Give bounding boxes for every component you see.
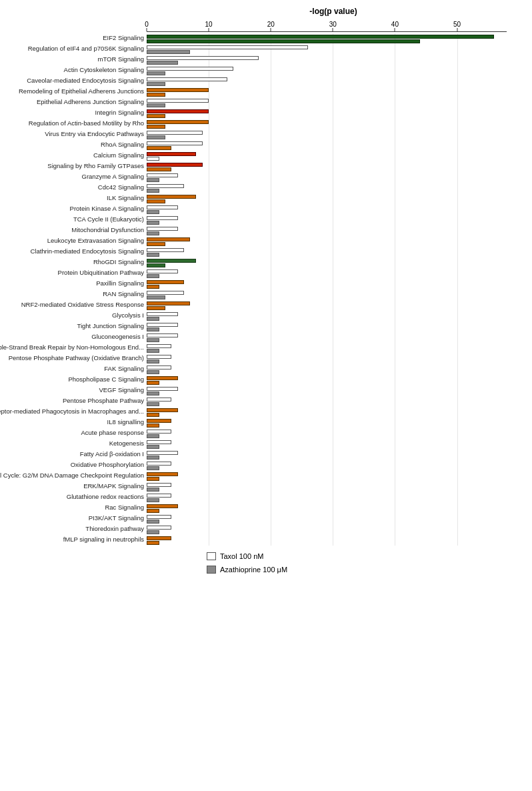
- row-label: Cdc42 Signaling: [7, 181, 147, 192]
- row-label: Protein Kinase A Signaling: [7, 203, 147, 213]
- bar-azathioprine: [147, 157, 159, 161]
- bar-azathioprine: [147, 253, 159, 257]
- table-row: [147, 353, 507, 364]
- table-row: [147, 87, 507, 97]
- row-label: Granzyme A Signaling: [7, 171, 147, 181]
- bar-taxol: [147, 99, 209, 103]
- row-label: ERK/MAPK Signaling: [7, 480, 147, 491]
- table-row: [147, 161, 507, 172]
- bar-azathioprine: [147, 146, 171, 150]
- bar-taxol: [147, 152, 196, 156]
- table-row: [147, 76, 507, 87]
- table-row: [147, 471, 507, 482]
- bar-taxol: [147, 109, 209, 113]
- bar-taxol: [147, 291, 184, 295]
- table-row: [147, 385, 507, 396]
- table-row: [147, 204, 507, 215]
- bar-azathioprine: [147, 167, 171, 171]
- bar-taxol: [147, 323, 178, 327]
- bar-taxol: [147, 131, 203, 135]
- bar-azathioprine: [147, 189, 159, 193]
- bar-azathioprine: [147, 114, 165, 118]
- row-label: EIF2 Signaling: [7, 32, 147, 43]
- bar-taxol: [147, 494, 171, 498]
- bar-azathioprine: [147, 317, 159, 321]
- row-label: FAK Signaling: [7, 363, 147, 373]
- table-row: [147, 140, 507, 151]
- table-row: [147, 514, 507, 524]
- bar-azathioprine: [147, 327, 159, 331]
- bar-taxol: [147, 526, 171, 530]
- bar-taxol: [147, 195, 196, 199]
- row-label: IL8 signalling: [7, 416, 147, 427]
- bar-azathioprine: [147, 93, 165, 97]
- bar-taxol: [147, 35, 494, 39]
- row-label: Caveolar-mediated Endocytosis Signaling: [7, 75, 147, 85]
- bar-azathioprine: [147, 413, 159, 417]
- row-label: PI3K/AKT Signaling: [7, 512, 147, 523]
- row-label: Paxillin Signaling: [7, 277, 147, 288]
- bar-taxol: [147, 248, 184, 252]
- bar-taxol: [147, 451, 178, 455]
- bar-azathioprine: [147, 306, 165, 310]
- axis-tick-label: 20: [267, 21, 275, 28]
- bar-azathioprine: [147, 71, 165, 75]
- bar-taxol: [147, 227, 178, 231]
- bar-azathioprine: [147, 402, 159, 406]
- table-row: [147, 482, 507, 492]
- chart-area: EIF2 SignalingRegulation of eIF4 and p70…: [7, 19, 527, 546]
- bar-azathioprine: [147, 477, 159, 481]
- table-row: [147, 225, 507, 236]
- bar-azathioprine: [147, 39, 420, 43]
- chart-container: -log(p value) EIF2 SignalingRegulation o…: [7, 7, 527, 579]
- table-row: [147, 44, 507, 55]
- bar-taxol: [147, 515, 171, 519]
- bar-azathioprine: [147, 370, 159, 374]
- bar-taxol: [147, 45, 308, 49]
- bar-taxol: [147, 462, 171, 466]
- legend-box-azathioprine: [207, 566, 216, 574]
- bar-taxol: [147, 120, 209, 124]
- table-row: [147, 279, 507, 289]
- bar-azathioprine: [147, 295, 165, 299]
- bar-taxol: [147, 259, 196, 263]
- table-row: [147, 65, 507, 76]
- bar-taxol: [147, 163, 203, 167]
- row-label: Phospholipase C Signaling: [7, 373, 147, 384]
- axis-tick-label: 30: [329, 21, 337, 28]
- bar-azathioprine: [147, 263, 165, 267]
- row-label: Protein Ubiquitination Pathway: [7, 267, 147, 277]
- table-row: [147, 396, 507, 407]
- bar-taxol: [147, 365, 171, 369]
- row-label: fMLP signaling in neutrophils: [7, 534, 147, 544]
- bar-taxol: [147, 67, 233, 71]
- bar-azathioprine: [147, 178, 159, 182]
- row-label: DNA Double-Strand Break Repair by Non-Ho…: [7, 341, 147, 352]
- legend-label-azathioprine: Azathioprine 100 μM: [220, 566, 287, 574]
- row-label: VEGF Signaling: [7, 384, 147, 395]
- bar-azathioprine: [147, 50, 190, 54]
- row-label: Signaling by Rho Family GTPases: [7, 160, 147, 171]
- table-row: [147, 119, 507, 129]
- table-row: [147, 215, 507, 225]
- row-label: Acute phase response: [7, 427, 147, 438]
- row-label: Tight Junction Signaling: [7, 320, 147, 331]
- table-row: [147, 183, 507, 193]
- table-row: [147, 172, 507, 183]
- bar-azathioprine: [147, 125, 165, 129]
- table-row: [147, 108, 507, 119]
- bar-taxol: [147, 77, 227, 81]
- row-label: Regulation of eIF4 and p70S6K Signaling: [7, 43, 147, 53]
- row-label: Pentose Phosphate Pathway: [7, 395, 147, 406]
- row-label: Epithelial Adherens Junction Signaling: [7, 96, 147, 107]
- bar-azathioprine: [147, 498, 159, 502]
- bar-azathioprine: [147, 242, 165, 246]
- table-row: [147, 33, 507, 44]
- table-row: [147, 311, 507, 321]
- bar-taxol: [147, 430, 171, 434]
- bar-azathioprine: [147, 434, 159, 438]
- bar-taxol: [147, 440, 171, 444]
- row-label: Glutathione redox reactions: [7, 491, 147, 502]
- axis-tick-label: 10: [205, 21, 213, 28]
- table-row: [147, 151, 507, 161]
